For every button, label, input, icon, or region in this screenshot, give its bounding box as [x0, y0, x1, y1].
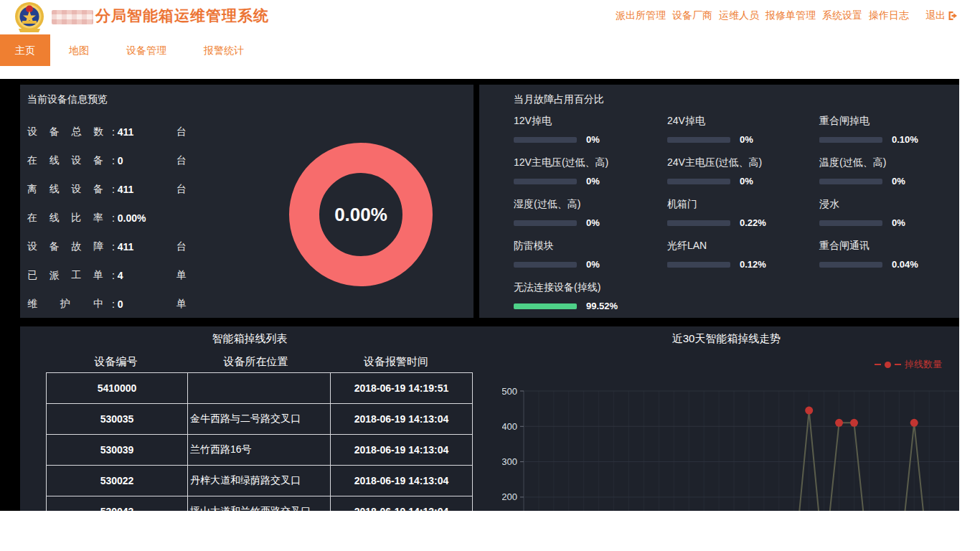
fault-bar-label: 机箱门 — [667, 198, 819, 211]
y-tick-label: 200 — [502, 491, 517, 502]
logout-icon — [947, 10, 958, 22]
page-title: 分局智能箱运维管理系统 — [95, 6, 269, 26]
fault-bar-percent: 0.22% — [740, 217, 766, 228]
table-cell: 坪山大道和兰竹西路交叉口 — [188, 496, 331, 512]
offline-device-table: 54100002018-06-19 14:19:51530035金牛西路与二号路… — [46, 372, 473, 511]
fault-bar-row: 0% — [514, 134, 667, 145]
table-cell: 2018-06-19 14:13:04 — [331, 466, 473, 496]
fault-bar-item: 24V掉电0% — [667, 115, 819, 145]
fault-bar-row: 99.52% — [514, 301, 667, 311]
fault-bar-track — [514, 137, 577, 143]
nav-link-3[interactable]: 报修单管理 — [765, 9, 816, 22]
fault-bar-item: 湿度(过低、高)0% — [514, 198, 667, 228]
fault-bar-percent: 0% — [892, 176, 905, 187]
offline-table-headers: 设备编号设备所在位置设备报警时间 — [46, 355, 466, 369]
stat-unit: 台 — [176, 183, 187, 196]
fault-bar-row: 0% — [667, 134, 819, 145]
fault-bar-track — [667, 179, 730, 184]
stat-row: 在线比率: 0.00% — [27, 204, 187, 232]
fault-bar-item: 防雷模块0% — [514, 240, 667, 270]
data-point[interactable] — [835, 419, 843, 427]
table-row: 530035金牛西路与二号路交叉口2018-06-19 14:13:04 — [47, 404, 473, 435]
fault-bar-label: 重合闸掉电 — [819, 115, 918, 128]
fault-bar-label: 无法连接设备(掉线) — [514, 281, 667, 294]
fault-bar-percent: 0.10% — [892, 134, 918, 145]
police-badge-logo — [14, 1, 44, 34]
logout-label: 退出 — [925, 9, 946, 22]
data-point[interactable] — [805, 407, 813, 415]
fault-bar-item: 光纤LAN0.12% — [667, 240, 819, 270]
data-point[interactable] — [910, 419, 918, 427]
nav-link-4[interactable]: 系统设置 — [822, 9, 862, 22]
stat-value: : 0.00% — [112, 212, 176, 224]
offline-chart-title: 近30天智能箱掉线走势 — [494, 332, 959, 346]
fault-bar-track — [667, 262, 730, 268]
stat-row: 设备故障: 411台 — [27, 232, 187, 261]
fault-percentage-title: 当月故障占用百分比 — [514, 93, 604, 106]
fault-bar-label: 浸水 — [819, 198, 918, 211]
tab-2[interactable]: 设备管理 — [108, 34, 185, 66]
offline-section-panel: 智能箱掉线列表 设备编号设备所在位置设备报警时间 54100002018-06-… — [20, 326, 959, 511]
fault-bar-percent: 0% — [586, 259, 600, 270]
data-point[interactable] — [850, 419, 858, 427]
fault-bar-label: 12V主电压(过低、高) — [514, 156, 667, 169]
nav-link-5[interactable]: 操作日志 — [869, 9, 909, 22]
fault-bar-row: 0% — [819, 176, 918, 187]
legend-label: 掉线数量 — [905, 358, 942, 371]
redacted-org-name — [52, 10, 93, 24]
tab-0[interactable]: 主页 — [0, 34, 50, 66]
stat-label: 在线设备 — [27, 154, 103, 167]
tab-1[interactable]: 地图 — [50, 34, 108, 66]
fault-bar-row: 0% — [514, 217, 667, 228]
table-cell: 兰竹西路16号 — [188, 435, 331, 466]
stat-label: 设备总数 — [27, 126, 103, 138]
tab-3[interactable]: 报警统计 — [185, 34, 263, 66]
fault-bar-percent: 0% — [740, 176, 753, 187]
y-tick-label: 500 — [502, 386, 517, 397]
fault-bar-track — [514, 303, 577, 309]
donut-center-label: 0.00% — [289, 143, 433, 286]
fault-bar-item: 12V主电压(过低、高)0% — [514, 156, 667, 187]
column-header-1: 设备所在位置 — [186, 355, 326, 369]
stat-unit: 单 — [176, 269, 187, 282]
fault-percentage-panel: 当月故障占用百分比 12V掉电0%24V掉电0%重合闸掉电0.10%12V主电压… — [479, 85, 959, 318]
nav-link-1[interactable]: 设备厂商 — [672, 9, 712, 22]
fault-bar-track — [514, 262, 577, 268]
chart-legend-item[interactable]: 掉线数量 — [875, 358, 942, 371]
fault-bar-item: 机箱门0.22% — [667, 198, 819, 228]
table-cell — [188, 373, 331, 404]
fault-bar-track — [514, 179, 577, 184]
fault-bar-item: 温度(过低、高)0% — [819, 156, 918, 187]
stat-value: : 411 — [112, 126, 176, 138]
fault-bar-percent: 0% — [740, 134, 753, 145]
stat-row: 已派工单: 4单 — [27, 261, 187, 290]
table-row: 530022丹梓大道和绿荫路交叉口2018-06-19 14:13:04 — [47, 466, 473, 496]
stat-value: : 411 — [112, 184, 176, 195]
stat-row: 在线设备: 0台 — [27, 146, 187, 175]
stat-value: : 0 — [112, 155, 176, 166]
stat-value: : 4 — [112, 270, 176, 281]
table-cell: 2018-06-19 14:13:04 — [331, 404, 473, 435]
stat-label: 设备故障 — [27, 240, 103, 253]
device-stats-list: 设备总数: 411台在线设备: 0台离线设备: 411台在线比率: 0.00%设… — [27, 118, 187, 319]
fault-bar-percent: 0.04% — [892, 259, 918, 270]
fault-bar-row: 0% — [667, 176, 819, 187]
top-nav-links: 派出所管理设备厂商运维人员报修单管理系统设置操作日志 — [616, 9, 909, 22]
offline-table-title: 智能箱掉线列表 — [20, 332, 479, 346]
logout-button[interactable]: 退出 — [925, 9, 958, 22]
column-header-2: 设备报警时间 — [326, 355, 466, 369]
fault-bar-item: 12V掉电0% — [514, 115, 667, 145]
trend-line — [524, 410, 959, 511]
stat-label: 维护中 — [27, 298, 103, 311]
nav-link-2[interactable]: 运维人员 — [719, 9, 759, 22]
fault-bar-label: 重合闸通讯 — [819, 240, 918, 253]
y-tick-label: 300 — [502, 456, 517, 467]
online-rate-donut: 0.00% — [289, 143, 433, 286]
fault-bar-fill — [514, 303, 577, 309]
main-tabbar: 主页地图设备管理报警统计 — [0, 34, 980, 66]
legend-dot-icon — [885, 362, 891, 368]
fault-bar-percent: 0.12% — [740, 259, 766, 270]
nav-link-0[interactable]: 派出所管理 — [616, 9, 666, 22]
stat-unit: 单 — [176, 298, 187, 311]
table-row: 530039兰竹西路16号2018-06-19 14:13:04 — [47, 435, 473, 466]
